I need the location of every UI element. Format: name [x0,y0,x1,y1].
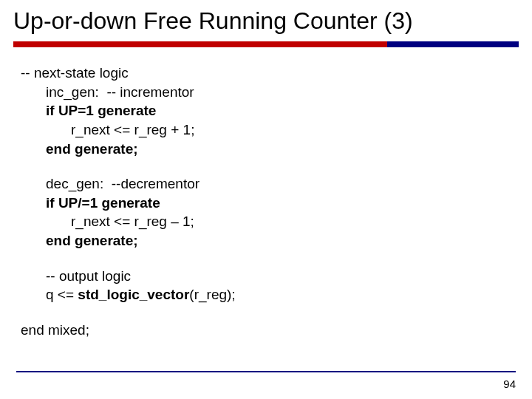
q-assign-line: q <= std_logic_vector(r_reg); [21,285,511,304]
page-number: 94 [503,378,516,390]
inc-gen-line: inc_gen: -- incrementor [21,83,511,102]
q-assign-post: (r_reg); [189,287,235,302]
end-generate-1: end generate; [21,140,511,159]
dec-body: r_next <= r_reg – 1; [21,212,511,231]
if-up-eq: if UP=1 generate [21,101,511,120]
end-mixed: end mixed; [21,321,511,340]
inc-gen-label: inc_gen: [46,84,99,100]
end-generate-2: end generate; [21,231,511,250]
comment-next-state: -- next-state logic [21,64,511,83]
inc-body: r_next <= r_reg + 1; [21,120,511,140]
slide-title: Up-or-down Free Running Counter (3) [13,7,519,35]
dec-gen-line: dec_gen: --decrementor [21,174,511,194]
comment-output: -- output logic [21,267,511,286]
blank-line-1 [21,158,511,174]
blank-line-3 [21,304,511,321]
inc-gen-comment: -- incrementor [99,84,194,100]
footer-underline [16,371,516,372]
dec-gen-comment: --decrementor [103,176,200,191]
std-logic-vector: std_logic_vector [78,287,189,302]
q-assign-pre: q <= [46,287,78,302]
dec-gen-label: dec_gen: [46,176,103,191]
slide: Up-or-down Free Running Counter (3) -- n… [0,0,532,399]
code-block: -- next-state logic inc_gen: -- incremen… [21,64,511,340]
blank-line-2 [21,250,511,267]
if-up-neq: if UP/=1 generate [21,194,511,213]
title-underline [13,41,519,47]
